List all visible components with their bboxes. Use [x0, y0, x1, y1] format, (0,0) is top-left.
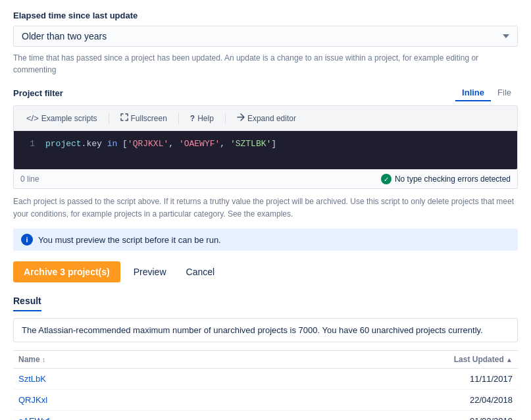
- expand-icon: [237, 113, 245, 123]
- elapsed-label: Elapsed time since last update: [13, 11, 518, 20]
- project-filter-section: Project filter Inline File </> Example s…: [13, 85, 518, 189]
- sort-name-icon: ↕: [42, 356, 45, 363]
- col-updated-header[interactable]: Last Updated ▲: [202, 351, 518, 369]
- table-row: QRJKxl 22/04/2018: [13, 390, 518, 411]
- help-button[interactable]: ? Help: [183, 111, 221, 126]
- no-errors-indicator: ✓ No type checking errors detected: [381, 174, 511, 184]
- project-filter-label: Project filter: [13, 88, 63, 98]
- filter-tabs: Inline File: [455, 85, 518, 101]
- elapsed-description: The time that has passed since a project…: [13, 52, 518, 76]
- example-scripts-button[interactable]: </> Example scripts: [19, 110, 105, 126]
- table-row: SztLbK 11/11/2017: [13, 369, 518, 390]
- check-icon: ✓: [381, 174, 392, 184]
- col-name-header[interactable]: Name ↕: [13, 351, 202, 369]
- elapsed-section: Elapsed time since last update Older tha…: [13, 11, 518, 76]
- result-table: Name ↕ Last Updated ▲ SztLbK 11/11/2017 …: [13, 350, 518, 420]
- archive-button[interactable]: Archive 3 project(s): [13, 261, 120, 282]
- result-heading: Result: [13, 296, 41, 311]
- preview-button[interactable]: Preview: [127, 261, 173, 282]
- cancel-button[interactable]: Cancel: [180, 261, 222, 282]
- project-name-cell: QRJKxl: [13, 390, 202, 411]
- info-icon: i: [21, 234, 33, 246]
- code-icon: </>: [26, 113, 39, 123]
- line-number: 1: [24, 139, 35, 149]
- project-name-cell: SztLbK: [13, 369, 202, 390]
- last-updated-cell: 01/02/2019: [202, 411, 518, 420]
- code-content: project.key in ['QRJKXL', 'OAEWYF', 'SZT…: [45, 139, 276, 149]
- toolbar-separator-3: [225, 113, 226, 124]
- code-editor[interactable]: 1 project.key in ['QRJKXL', 'OAEWYF', 'S…: [13, 130, 518, 170]
- fullscreen-button[interactable]: Fullscreen: [113, 110, 174, 126]
- helper-text: Each project is passed to the script abo…: [13, 196, 518, 221]
- sort-updated-icon: ▲: [506, 356, 513, 363]
- last-updated-cell: 22/04/2018: [202, 390, 518, 411]
- info-banner-text: You must preview the script before it ca…: [38, 235, 221, 245]
- elapsed-dropdown[interactable]: Older than two years Older than one year…: [13, 26, 518, 47]
- project-link[interactable]: QRJKxl: [18, 395, 47, 405]
- toolbar-separator-1: [109, 113, 109, 124]
- editor-toolbar: </> Example scripts Fullscreen ? Help E: [13, 105, 518, 130]
- line-count: 0 line: [20, 174, 39, 184]
- fullscreen-icon: [120, 113, 128, 123]
- result-section: Result The Atlassian-recommended maximum…: [13, 296, 518, 420]
- editor-footer: 0 line ✓ No type checking errors detecte…: [13, 170, 518, 189]
- project-name-cell: oAEWyf: [13, 411, 202, 420]
- toolbar-separator-2: [178, 113, 179, 124]
- action-row: Archive 3 project(s) Preview Cancel: [13, 261, 518, 282]
- project-link[interactable]: oAEWyf: [18, 416, 49, 420]
- no-errors-text: No type checking errors detected: [395, 174, 511, 184]
- tab-file[interactable]: File: [491, 85, 518, 101]
- expand-editor-button[interactable]: Expand editor: [230, 110, 303, 126]
- code-line-1: 1 project.key in ['QRJKXL', 'OAEWYF', 'S…: [24, 139, 507, 149]
- project-link[interactable]: SztLbK: [18, 374, 46, 384]
- tab-inline[interactable]: Inline: [455, 85, 491, 101]
- result-notice: The Atlassian-recommended maximum number…: [13, 318, 518, 342]
- table-row: oAEWyf 01/02/2019: [13, 411, 518, 420]
- help-icon: ?: [190, 114, 195, 123]
- last-updated-cell: 11/11/2017: [202, 369, 518, 390]
- info-banner: i You must preview the script before it …: [13, 228, 518, 251]
